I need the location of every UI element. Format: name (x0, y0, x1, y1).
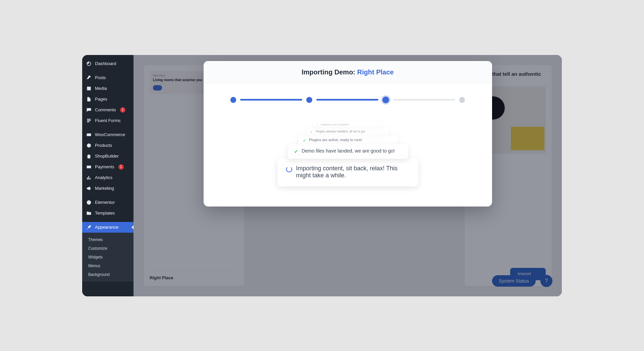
pages-icon (86, 97, 92, 102)
sidebar-item-label: Marketing (95, 186, 114, 191)
sidebar-item-posts[interactable]: Posts (82, 72, 133, 83)
sidebar-item-woocommerce[interactable]: WooCommerce (82, 129, 133, 140)
log-item-current: Importing content, sit back, relax! This… (277, 158, 418, 186)
log-item: ✔ Demo files have landed, we are good to… (287, 144, 408, 159)
payments-badge: 1 (118, 164, 124, 170)
import-log: ✔ Database reset completed. ✔ Plugins al… (204, 110, 492, 193)
sidebar-item-label: Posts (95, 75, 106, 80)
sidebar-item-label: Elementor (95, 200, 115, 205)
comments-badge: 1 (120, 107, 125, 113)
step-dot-2 (306, 97, 312, 103)
sidebar-item-marketing[interactable]: Marketing (82, 183, 133, 194)
sidebar-item-analytics[interactable]: Analytics (82, 172, 133, 183)
sidebar-item-label: Fluent Forms (95, 118, 121, 123)
sidebar-item-elementor[interactable]: Elementor (82, 197, 133, 208)
sidebar-item-label: Comments (95, 107, 116, 112)
step-dot-1 (230, 97, 236, 103)
check-icon: ✔ (294, 149, 298, 154)
sidebar-item-label: Dashboard (95, 61, 116, 66)
check-icon: ✔ (310, 130, 313, 133)
svg-point-2 (87, 200, 91, 204)
modal-title: Importing Demo: Right Place (204, 61, 492, 83)
submenu-item-customize[interactable]: Customize (82, 244, 133, 253)
log-item: ✔ Database reset completed. (314, 122, 382, 127)
product-icon (86, 143, 92, 148)
progress-steps (204, 83, 492, 110)
sidebar-item-payments[interactable]: Payments 1 (82, 162, 133, 172)
pin-icon (86, 75, 92, 80)
step-dot-4 (459, 97, 465, 103)
submenu-item-themes[interactable]: Themes (82, 235, 133, 244)
step-bar-1 (240, 99, 302, 101)
admin-sidebar: Dashboard Posts Media Pages Comments 1 F… (82, 55, 133, 296)
submenu-item-menus[interactable]: Menus (82, 261, 133, 270)
spinner-icon (286, 166, 292, 172)
sidebar-item-templates[interactable]: Templates (82, 208, 133, 219)
appearance-submenu: Themes Customize Widgets Menus Backgroun… (82, 233, 133, 282)
step-bar-2 (316, 99, 378, 101)
comment-icon (86, 107, 92, 113)
log-text: Demo files have landed, we are good to g… (302, 148, 395, 154)
sidebar-item-label: Pages (95, 97, 107, 102)
submenu-item-widgets[interactable]: Widgets (82, 253, 133, 261)
step-bar-3 (393, 99, 455, 101)
svg-rect-0 (87, 133, 91, 136)
sidebar-item-label: Analytics (95, 175, 112, 180)
dashboard-icon (86, 61, 92, 66)
sidebar-item-shopbuilder[interactable]: ShopBuilder (82, 151, 133, 162)
modal-title-prefix: Importing Demo: (302, 68, 357, 76)
megaphone-icon (86, 186, 92, 191)
sidebar-item-appearance[interactable]: Appearance (82, 222, 133, 233)
sidebar-item-label: Products (95, 143, 112, 148)
svg-rect-1 (87, 166, 91, 168)
brush-icon (86, 225, 92, 230)
modal-demo-name: Right Place (357, 68, 394, 76)
check-icon: ✔ (303, 138, 306, 142)
log-item: ✔ Plugins already installed, all set to … (307, 128, 389, 135)
log-text: Database reset completed. (321, 123, 350, 126)
check-icon: ✔ (316, 123, 318, 126)
sidebar-item-label: Appearance (95, 225, 118, 230)
sidebar-item-label: Payments (95, 164, 114, 169)
log-text: Plugins are active, ready to rock! (309, 137, 362, 141)
log-text: Importing content, sit back, relax! This… (296, 165, 410, 179)
import-modal: Importing Demo: Right Place ✔ Database r… (204, 61, 492, 207)
analytics-icon (86, 175, 92, 180)
submenu-item-background[interactable]: Background (82, 270, 133, 279)
log-text: Plugins already installed, all set to go… (316, 129, 365, 133)
sidebar-item-label: ShopBuilder (95, 154, 119, 159)
step-dot-3 (382, 97, 389, 103)
payment-icon (86, 164, 92, 170)
form-icon (86, 118, 92, 123)
sidebar-item-label: Media (95, 86, 107, 91)
sidebar-item-pages[interactable]: Pages (82, 94, 133, 105)
sidebar-item-fluent-forms[interactable]: Fluent Forms (82, 115, 133, 126)
content-area: Right Place Living rooms that surprise y… (133, 55, 562, 296)
sidebar-item-label: Templates (95, 211, 115, 216)
sidebar-item-media[interactable]: Media (82, 83, 133, 94)
sidebar-item-products[interactable]: Products (82, 140, 133, 151)
media-icon (86, 86, 92, 91)
elementor-icon (86, 200, 92, 205)
sidebar-item-comments[interactable]: Comments 1 (82, 105, 133, 115)
sidebar-item-label: WooCommerce (95, 132, 125, 137)
sidebar-item-dashboard[interactable]: Dashboard (82, 58, 133, 69)
log-item: ✔ Plugins are active, ready to rock! (298, 135, 397, 145)
woo-icon (86, 132, 92, 137)
folder-icon (86, 211, 92, 216)
bag-icon (86, 154, 92, 159)
app-window: Dashboard Posts Media Pages Comments 1 F… (82, 55, 562, 296)
